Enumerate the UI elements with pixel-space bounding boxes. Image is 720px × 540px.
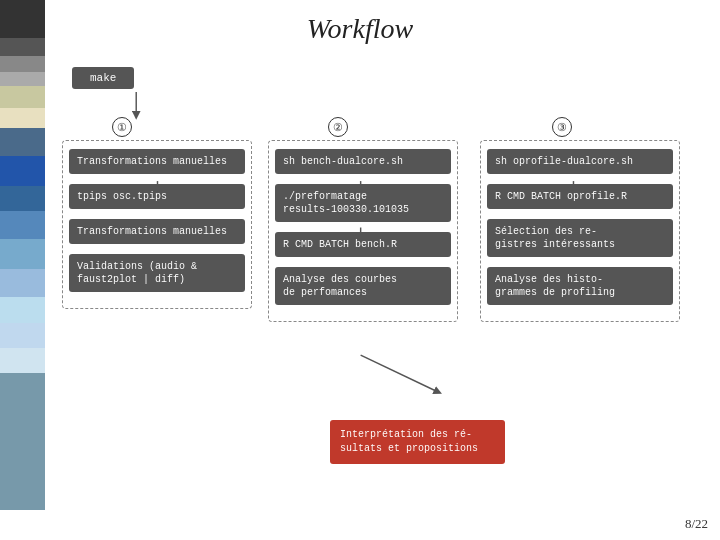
col3-node1: sh oprofile-dualcore.sh	[487, 149, 673, 174]
page-number: 8/22	[685, 516, 708, 532]
column-1: Transformations manuelles tpips osc.tpip…	[62, 140, 252, 309]
col1-node4: Validations (audio & faust2plot | diff)	[69, 254, 245, 292]
col1-node2: tpips osc.tpips	[69, 184, 245, 209]
col2-node3: R CMD BATCH bench.R	[275, 232, 451, 257]
make-node: make	[72, 67, 134, 89]
col3-node4: Analyse des histo- grammes de profiling	[487, 267, 673, 305]
col1-node1: Transformations manuelles	[69, 149, 245, 174]
col2-node4: Analyse des courbes de perfomances	[275, 267, 451, 305]
circle-label-3: ③	[552, 117, 572, 137]
col1-node3: Transformations manuelles	[69, 219, 245, 244]
svg-line-10	[361, 355, 438, 392]
col3-node2: R CMD BATCH oprofile.R	[487, 184, 673, 209]
col2-node1: sh bench-dualcore.sh	[275, 149, 451, 174]
left-decorative-strip	[0, 0, 45, 540]
bottom-node: Interprétation des ré- sultats et propos…	[330, 420, 505, 464]
page-title: Workflow	[0, 13, 720, 45]
col2-node2: ./preformatage results-100330.101035	[275, 184, 451, 222]
circle-label-2: ②	[328, 117, 348, 137]
column-3: sh oprofile-dualcore.sh R CMD BATCH opro…	[480, 140, 680, 322]
col3-node3: Sélection des re- gistres intéressants	[487, 219, 673, 257]
column-2: sh bench-dualcore.sh ./preformatage resu…	[268, 140, 458, 322]
circle-label-1: ①	[112, 117, 132, 137]
workflow-area: make ① ② ③ Transformations manuelles tpi…	[50, 65, 710, 510]
